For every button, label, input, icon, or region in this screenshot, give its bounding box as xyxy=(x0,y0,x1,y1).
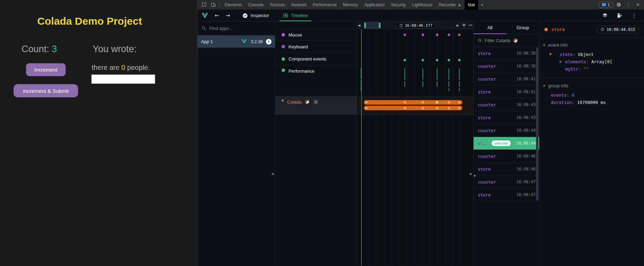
colada-event-dot[interactable] xyxy=(365,107,368,110)
devtools-tab-memory[interactable]: Memory xyxy=(340,0,361,10)
minimap-handle[interactable] xyxy=(379,23,380,28)
event-list-row[interactable]: counter16:08:41 xyxy=(474,73,539,86)
zoom-in-button[interactable]: + xyxy=(462,22,466,29)
tab-group[interactable]: Group xyxy=(507,22,540,34)
colada-event-dot[interactable] xyxy=(448,107,450,110)
filter-events-search[interactable]: Filter Colada xyxy=(474,34,539,47)
clear-timeline-trash-icon[interactable] xyxy=(616,13,622,18)
colada-event-dot[interactable] xyxy=(422,107,424,110)
devtools-tab-lighthouse[interactable]: Lighthouse xyxy=(409,0,436,10)
devtools-tab-application[interactable]: Application xyxy=(361,0,388,10)
zoom-out-button[interactable]: − xyxy=(468,22,473,29)
devtools-tab-security[interactable]: Security xyxy=(388,0,409,10)
tab-timeline[interactable]: Timeline xyxy=(281,10,310,21)
gridline xyxy=(369,29,369,266)
colada-event-dot[interactable] xyxy=(404,101,406,104)
devtools-tab-recorder[interactable]: Recorder xyxy=(436,0,465,10)
colada-event-dot[interactable] xyxy=(436,107,438,110)
minimap-handle[interactable] xyxy=(364,23,366,28)
devtools-tab-sources[interactable]: Sources xyxy=(267,0,288,10)
issues-counter[interactable]: 1 xyxy=(599,2,613,8)
puzzle-icon xyxy=(313,99,318,104)
devtools-tab-vue[interactable]: Vue xyxy=(465,0,478,10)
expand-events-panel-arrow-icon[interactable]: ▶ xyxy=(474,174,476,177)
event-list-row[interactable]: counter16:08:43 xyxy=(474,98,539,111)
event-list-row[interactable]: counter16:08:44 xyxy=(474,124,539,137)
collapse-triangle-icon[interactable]: ▼ xyxy=(543,43,545,47)
colada-event-dot[interactable] xyxy=(404,107,406,110)
more-tabs-chevron[interactable]: » xyxy=(478,2,486,7)
event-details-header: store 16:08:44.815 xyxy=(540,22,644,38)
events-scrollbar[interactable] xyxy=(536,48,538,201)
expand-caret-icon[interactable]: ▶ xyxy=(560,58,562,65)
tab-all[interactable]: All xyxy=(474,22,507,34)
event-list-row[interactable]: counter16:08:47 xyxy=(474,176,539,188)
vue-logo-icon[interactable] xyxy=(202,13,208,18)
event-list-row[interactable]: store16:08:43 xyxy=(474,111,539,124)
colada-event-dot[interactable] xyxy=(365,101,368,104)
event-time-pill: 16:08:44.815 xyxy=(597,26,639,33)
timeline-chart[interactable]: ◀ ▶ + − 16:08:46.177 xyxy=(357,22,474,266)
event-time: 16:08:46 xyxy=(517,167,536,171)
layer-color-dot-icon xyxy=(282,68,285,72)
collapse-chart-arrow-icon[interactable]: ◀ xyxy=(469,172,471,176)
devtools-close-icon[interactable]: × xyxy=(635,2,641,8)
update-badge-icon[interactable]: ! xyxy=(266,39,271,45)
gridline xyxy=(437,29,438,266)
find-apps-search[interactable]: Find apps... xyxy=(198,22,275,35)
event-list-row[interactable]: st…selected16:08:44 xyxy=(474,137,539,150)
collapse-triangle-icon[interactable]: ▼ xyxy=(543,84,545,88)
collapse-apps-panel-arrow-icon[interactable]: ◀ xyxy=(271,172,274,176)
layer-row-performance[interactable]: Performance xyxy=(275,65,357,96)
devtools-tab-performance[interactable]: Performance xyxy=(310,0,340,10)
event-list-row[interactable]: counter16:08:46 xyxy=(474,150,539,163)
event-list-row[interactable]: store16:08:36 xyxy=(474,47,539,60)
increment-submit-button[interactable]: Increment & Submit xyxy=(14,84,78,97)
tab-inspector[interactable]: Inspector xyxy=(240,10,271,21)
app-name: App 1 xyxy=(201,39,213,44)
expand-caret-icon[interactable]: ▼ xyxy=(549,51,552,58)
layers-icon[interactable] xyxy=(602,13,608,18)
colada-event-dot[interactable] xyxy=(458,107,461,110)
event-list-row[interactable]: counter16:08:36 xyxy=(474,60,539,73)
colada-event-dot[interactable] xyxy=(448,101,450,104)
devtools-tabbar: ElementsConsoleSourcesNetworkPerformance… xyxy=(198,0,644,10)
devtools-tab-console[interactable]: Console xyxy=(245,0,267,10)
inspect-element-icon[interactable] xyxy=(200,0,209,9)
performance-marker xyxy=(423,81,423,87)
group-info-section-header[interactable]: ▼ group info xyxy=(540,78,644,89)
state-row[interactable]: ▼ state: Object xyxy=(540,51,644,58)
devtools-tab-elements[interactable]: Elements xyxy=(221,0,245,10)
gridline xyxy=(392,29,392,266)
layer-row-mouse[interactable]: Mouse xyxy=(275,29,357,41)
text-input[interactable] xyxy=(91,74,155,84)
vue-menu-kebab-icon[interactable]: ⋮ xyxy=(630,13,638,19)
event-info-section-header[interactable]: ▼ event info xyxy=(540,38,644,48)
colada-event-dot[interactable] xyxy=(422,101,424,104)
event-time: 16:08:43 xyxy=(517,115,536,120)
event-list-row[interactable]: store16:08:47 xyxy=(474,188,539,201)
minimap-range[interactable] xyxy=(364,22,380,29)
minimap-right-arrow-icon[interactable]: ▶ xyxy=(457,23,459,28)
minimap-left-arrow-icon[interactable]: ◀ xyxy=(358,23,360,28)
you-wrote-label: You wrote: xyxy=(93,44,137,55)
increment-button[interactable]: Increment xyxy=(26,63,66,76)
devtools-menu-kebab-icon[interactable]: ⋮ xyxy=(625,2,632,8)
event-list-row[interactable]: store16:08:46 xyxy=(474,163,539,176)
forward-arrow-icon[interactable]: → xyxy=(225,12,230,19)
app-row-app1[interactable]: App 1 3.2.38 ! xyxy=(198,35,275,48)
device-toolbar-icon[interactable] xyxy=(209,0,218,9)
layer-row-keyboard[interactable]: Keyboard xyxy=(275,41,357,53)
event-list-row[interactable]: store16:08:41 xyxy=(474,86,539,98)
layer-row-colada[interactable]: Colada xyxy=(275,96,357,115)
devtools-tab-network[interactable]: Network xyxy=(288,0,310,10)
layer-row-component-events[interactable]: Component events xyxy=(275,53,357,65)
colada-event-dot[interactable] xyxy=(458,101,461,104)
mystr-row[interactable]: myStr: "" xyxy=(540,65,644,73)
elements-row[interactable]: ▶ elements: Array[0] xyxy=(540,58,644,65)
gridline xyxy=(445,29,445,266)
back-arrow-icon[interactable]: ← xyxy=(215,12,219,19)
settings-gear-icon[interactable] xyxy=(616,0,622,9)
event-time: 16:08:36 xyxy=(517,51,536,56)
colada-selected-event-dot[interactable] xyxy=(436,101,438,104)
